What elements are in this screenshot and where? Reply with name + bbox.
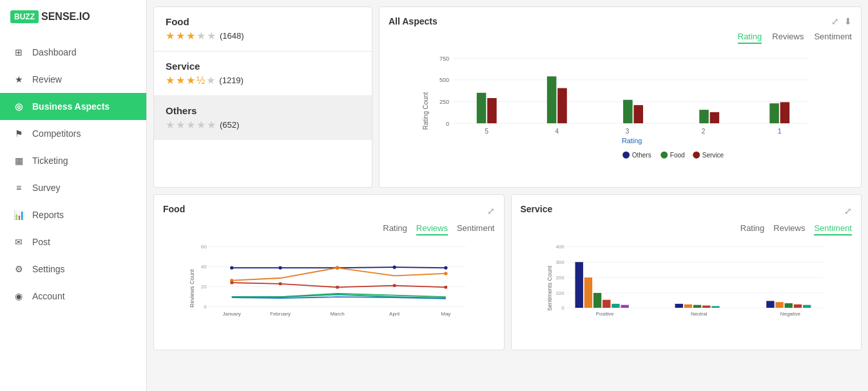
svg-text:January: January bbox=[222, 311, 240, 317]
svg-text:2: 2 bbox=[702, 128, 706, 135]
sidebar-item-reports[interactable]: 📊 Reports bbox=[0, 201, 146, 228]
food-chart-title: Food bbox=[163, 204, 185, 214]
service-tab-reviews[interactable]: Reviews bbox=[773, 223, 805, 236]
logo-buzz: BUZZ bbox=[10, 10, 39, 23]
food-tab-sentiment[interactable]: Sentiment bbox=[457, 223, 495, 236]
nav-menu: ⊞ Dashboard ★ Review ◎ Business Aspects … bbox=[0, 34, 146, 391]
sidebar-item-post[interactable]: ✉ Post bbox=[0, 228, 146, 256]
sidebar-item-survey[interactable]: ≡ Survey bbox=[0, 174, 146, 201]
logo: BUZZ SENSE.IO bbox=[0, 0, 146, 34]
star-5: ★ bbox=[207, 30, 216, 42]
bar-service-2 bbox=[710, 112, 720, 123]
bar-service-4 bbox=[557, 88, 567, 124]
svg-text:1: 1 bbox=[778, 128, 782, 135]
svg-text:20: 20 bbox=[201, 284, 207, 290]
sidebar-item-competitors[interactable]: ⚑ Competitors bbox=[0, 120, 146, 147]
download-icon[interactable]: ⬇ bbox=[844, 16, 852, 26]
neutral-bar-4 bbox=[702, 306, 710, 308]
tab-sentiment[interactable]: Sentiment bbox=[814, 32, 852, 44]
svg-text:March: March bbox=[330, 311, 344, 317]
negative-bar-2 bbox=[775, 302, 783, 308]
service-sentiment-chart: Sentiments Count 400 300 200 100 0 bbox=[521, 238, 853, 338]
others-stars: ★ ★ ★ ★ ★ (652) bbox=[166, 119, 360, 131]
aspect-cards: Food ★ ★ ★ ★ ★ (1648) Service ★ ★ ★ ½ ★ bbox=[153, 6, 372, 188]
food-line-chart: Reviews Count 60 40 20 0 bbox=[163, 238, 495, 338]
ticketing-icon: ▦ bbox=[13, 155, 24, 166]
svg-text:100: 100 bbox=[555, 290, 564, 296]
expand-icon[interactable]: ⤢ bbox=[831, 16, 839, 26]
svg-text:3: 3 bbox=[626, 128, 630, 135]
positive-bar-2 bbox=[584, 277, 592, 308]
bar-food-5 bbox=[477, 93, 487, 123]
sidebar-item-label: Post bbox=[32, 237, 50, 247]
tab-rating[interactable]: Rating bbox=[738, 32, 762, 44]
svg-text:40: 40 bbox=[201, 264, 207, 270]
service-title: Service bbox=[166, 61, 360, 72]
food-tab-reviews[interactable]: Reviews bbox=[416, 223, 448, 236]
star-2: ★ bbox=[176, 119, 185, 131]
service-expand-icon[interactable]: ⤢ bbox=[844, 206, 852, 216]
service-stars: ★ ★ ★ ½ ★ (1219) bbox=[166, 74, 360, 86]
sidebar-item-review[interactable]: ★ Review bbox=[0, 66, 146, 93]
top-section: Food ★ ★ ★ ★ ★ (1648) Service ★ ★ ★ ½ ★ bbox=[147, 0, 868, 194]
negative-bar-5 bbox=[802, 305, 810, 308]
svg-text:500: 500 bbox=[439, 77, 449, 83]
dashboard-icon: ⊞ bbox=[13, 46, 24, 58]
service-chart-panel: Service ⤢ Rating Reviews Sentiment Senti… bbox=[511, 194, 862, 350]
star-3: ★ bbox=[186, 119, 195, 131]
all-aspects-chart: Rating Count 750 500 250 0 bbox=[389, 46, 852, 175]
svg-text:200: 200 bbox=[555, 275, 564, 281]
star-5: ★ bbox=[206, 74, 215, 86]
others-title: Others bbox=[166, 105, 360, 116]
sidebar-item-label: Survey bbox=[32, 183, 61, 193]
svg-text:4: 4 bbox=[555, 128, 559, 135]
bar-food-1 bbox=[769, 103, 779, 123]
star-1: ★ bbox=[166, 74, 175, 86]
star-4: ★ bbox=[197, 30, 206, 42]
bar-service-5 bbox=[487, 98, 497, 123]
svg-text:February: February bbox=[270, 311, 291, 317]
star-2: ★ bbox=[176, 74, 185, 86]
svg-text:0: 0 bbox=[204, 304, 207, 310]
sidebar-item-business-aspects[interactable]: ◎ Business Aspects bbox=[0, 93, 146, 120]
star-4: ★ bbox=[197, 119, 206, 131]
negative-bar-1 bbox=[766, 301, 774, 308]
service-tab-sentiment[interactable]: Sentiment bbox=[814, 223, 852, 236]
svg-point-34 bbox=[444, 266, 447, 269]
star-4: ½ bbox=[197, 75, 205, 86]
service-card[interactable]: Service ★ ★ ★ ½ ★ (1219) bbox=[154, 52, 372, 96]
others-card[interactable]: Others ★ ★ ★ ★ ★ (652) bbox=[154, 96, 372, 140]
review-icon: ★ bbox=[13, 74, 24, 85]
svg-text:60: 60 bbox=[201, 244, 207, 250]
neutral-bar-1 bbox=[675, 304, 682, 308]
service-tab-rating[interactable]: Rating bbox=[740, 223, 765, 236]
positive-bar-6 bbox=[621, 305, 628, 308]
bottom-section: Food ⤢ Rating Reviews Sentiment Reviews … bbox=[147, 194, 868, 357]
bar-food-4 bbox=[547, 76, 557, 123]
svg-point-37 bbox=[444, 272, 447, 275]
svg-text:Positive: Positive bbox=[595, 311, 613, 317]
service-chart-title: Service bbox=[521, 204, 553, 214]
svg-text:May: May bbox=[441, 311, 450, 317]
all-aspects-header: All Aspects ⤢ ⬇ bbox=[389, 16, 852, 26]
svg-text:Reviews Count: Reviews Count bbox=[189, 269, 195, 308]
food-expand-icon[interactable]: ⤢ bbox=[487, 206, 495, 216]
tab-reviews[interactable]: Reviews bbox=[772, 32, 804, 44]
food-card[interactable]: Food ★ ★ ★ ★ ★ (1648) bbox=[154, 7, 372, 52]
star-3: ★ bbox=[186, 74, 195, 86]
bar-food-3 bbox=[623, 100, 633, 123]
sidebar-item-account[interactable]: ◉ Account bbox=[0, 283, 146, 310]
positive-bar-4 bbox=[603, 300, 610, 308]
svg-text:0: 0 bbox=[446, 121, 449, 127]
sidebar-item-ticketing[interactable]: ▦ Ticketing bbox=[0, 147, 146, 174]
sidebar-item-settings[interactable]: ⚙ Settings bbox=[0, 256, 146, 283]
neutral-bar-3 bbox=[693, 305, 700, 308]
svg-rect-41 bbox=[393, 284, 396, 286]
food-tab-rating[interactable]: Rating bbox=[383, 223, 407, 236]
star-5: ★ bbox=[207, 119, 216, 131]
svg-point-36 bbox=[336, 266, 339, 269]
svg-point-31 bbox=[278, 266, 282, 269]
sidebar-item-label: Dashboard bbox=[32, 47, 77, 57]
positive-bar-1 bbox=[575, 262, 583, 308]
sidebar-item-dashboard[interactable]: ⊞ Dashboard bbox=[0, 39, 146, 66]
